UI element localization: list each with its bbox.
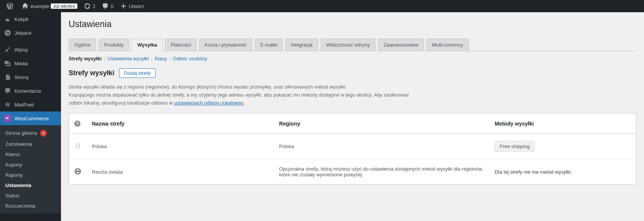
help-icon[interactable]: ? <box>74 121 80 127</box>
svg-point-5 <box>76 147 77 148</box>
submenu-status[interactable]: Status <box>0 190 61 201</box>
tab-general[interactable]: Ogólne <box>69 39 96 51</box>
submenu-customers[interactable]: Klienci <box>0 149 61 160</box>
svg-point-6 <box>79 147 80 148</box>
tab-advanced[interactable]: Zaawansowane <box>378 39 424 51</box>
sidebar-item-comments[interactable]: Komentarze <box>0 84 61 98</box>
zone-description: Strefa wysyłki składa się z regionu (reg… <box>69 83 412 107</box>
submenu-orders[interactable]: Zamówienia <box>0 139 61 149</box>
sidebar-item-woocommerce[interactable]: WooCommerce <box>0 111 61 125</box>
comments-count: 0 <box>111 3 113 9</box>
settings-tabs: Ogólne Produkty Wysyłka Płatności Konta … <box>69 39 636 51</box>
column-name: Nazwa strefy <box>87 113 274 134</box>
svg-point-0 <box>5 30 11 36</box>
site-link[interactable]: exampleJuż wkrótce <box>18 0 80 12</box>
shipping-zones-table: ? Nazwa strefy Regiony Metody wysyłki Po… <box>69 113 636 185</box>
svg-point-1 <box>76 144 77 145</box>
svg-point-2 <box>79 144 80 145</box>
wp-logo[interactable] <box>3 0 18 12</box>
local-pickup-settings-link[interactable]: ustawieniach odbioru lokalnego <box>174 100 243 106</box>
comments-link[interactable]: 0 <box>98 0 116 12</box>
sidebar-item-media[interactable]: Media <box>0 56 61 70</box>
comments-icon <box>4 87 11 95</box>
column-methods: Metody wysyłki <box>489 113 636 134</box>
notification-badge: 4 <box>40 130 47 137</box>
section-title: Strefy wysyłki <box>69 69 114 77</box>
submenu-extensions[interactable]: Rozszerzenia <box>0 201 61 211</box>
submenu-coupons[interactable]: Kupony <box>0 160 61 170</box>
sidebar-item-mailpoet[interactable]: MailPoet <box>0 98 61 111</box>
submenu-home[interactable]: Strona główna 4 <box>0 127 61 139</box>
svg-point-4 <box>79 145 80 147</box>
tab-payments[interactable]: Płatności <box>165 39 197 51</box>
page-title: Ustawienia <box>69 19 636 29</box>
create-link[interactable]: Utwórz <box>117 0 147 12</box>
subnav-local-pickup[interactable]: Odbiór osobisty <box>173 56 207 61</box>
media-icon <box>4 60 11 67</box>
main-content: Ustawienia Ogólne Produkty Wysyłka Płatn… <box>61 12 644 221</box>
tab-integration[interactable]: Integracja <box>285 39 318 51</box>
woo-icon <box>4 115 11 122</box>
sidebar-item-pages[interactable]: Strony <box>0 70 61 84</box>
zone-row-rest[interactable]: Reszta świata Opcjonalna strefa, którą m… <box>69 159 636 185</box>
add-zone-button[interactable]: Dodaj strefę <box>119 68 156 78</box>
zone-name: Reszta świata <box>87 159 274 185</box>
sidebar-item-jetpack[interactable]: Jetpack <box>0 26 61 40</box>
tab-visibility[interactable]: Widoczność witryny <box>321 39 376 51</box>
svg-point-3 <box>76 145 77 147</box>
site-name: example <box>31 3 49 9</box>
shipping-method-badge[interactable]: Free shipping <box>495 141 535 152</box>
tab-shipping[interactable]: Wysyłka <box>132 39 163 51</box>
admin-toolbar: exampleJuż wkrótce 2 0 Utwórz <box>0 0 644 12</box>
pin-icon <box>4 46 11 53</box>
mailpoet-icon <box>4 101 11 108</box>
page-icon <box>4 73 11 81</box>
zone-name: Polska <box>87 134 274 159</box>
subnav-shipping-settings[interactable]: Ustawienia wysyłki <box>108 56 149 61</box>
home-icon <box>21 2 29 10</box>
column-regions: Regiony <box>274 113 489 134</box>
tab-multicurrency[interactable]: Multi-currency <box>426 39 469 51</box>
tab-emails[interactable]: E-maile <box>255 39 283 51</box>
tab-accounts[interactable]: Konta i prywatność <box>199 39 252 51</box>
wordpress-icon <box>6 2 14 10</box>
site-status-badge: Już wkrótce <box>51 3 77 9</box>
globe-icon <box>74 170 81 176</box>
plus-icon <box>120 2 127 10</box>
drag-handle-icon[interactable] <box>74 145 81 150</box>
refresh-icon <box>84 2 91 10</box>
sidebar-item-dashboard[interactable]: Kokpit <box>0 12 61 26</box>
zone-regions: Opcjonalna strefa, którą możesz użyć do … <box>274 159 489 185</box>
submenu-settings[interactable]: Ustawienia <box>0 180 61 190</box>
dashboard-icon <box>4 15 11 23</box>
subnav-zones[interactable]: Strefy wysyłki <box>69 56 102 61</box>
shipping-subnav: Strefy wysyłki|Ustawienia wysyłki|Klasy|… <box>69 56 636 61</box>
updates-link[interactable]: 2 <box>80 0 98 12</box>
updates-count: 2 <box>93 3 95 9</box>
tab-products[interactable]: Produkty <box>98 39 129 51</box>
submenu-reports[interactable]: Raporty <box>0 170 61 180</box>
admin-sidebar: Kokpit Jetpack Wpisy Media Strony Koment… <box>0 12 61 221</box>
jetpack-icon <box>4 29 11 37</box>
woocommerce-submenu: Strona główna 4 Zamówienia Klienci Kupon… <box>0 125 61 213</box>
create-label: Utwórz <box>129 3 144 9</box>
zone-row[interactable]: Polska Polska Free shipping <box>69 134 636 159</box>
zone-regions: Polska <box>274 134 489 159</box>
sidebar-item-posts[interactable]: Wpisy <box>0 43 61 56</box>
comment-icon <box>101 2 109 10</box>
zone-no-methods: Dla tej strefy nie ma metod wysyłki. <box>489 159 636 185</box>
subnav-classes[interactable]: Klasy <box>155 56 167 61</box>
